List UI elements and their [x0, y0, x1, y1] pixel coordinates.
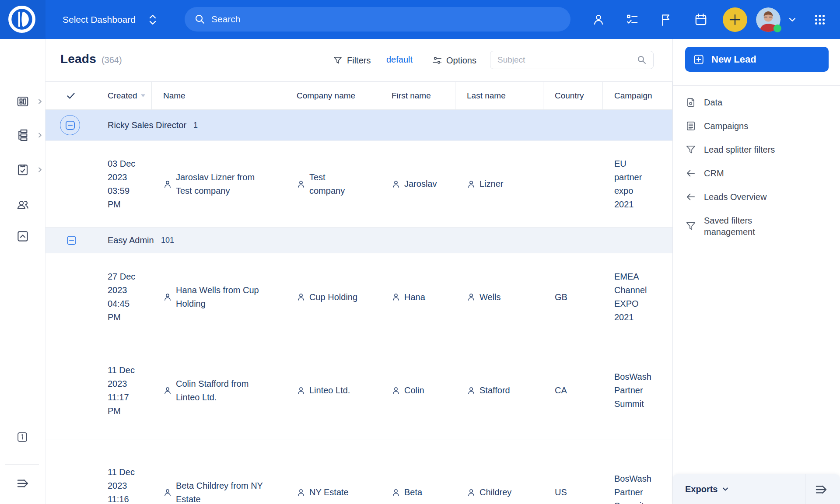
- cell-text-created: 03 Dec 2023 03:59 PM: [108, 157, 136, 211]
- chevron-down-icon[interactable]: [788, 15, 797, 24]
- apps-grid-icon[interactable]: [813, 13, 827, 27]
- exports-label: Exports: [685, 484, 718, 494]
- cell-text-country: GB: [555, 290, 567, 304]
- person-icon: [392, 293, 400, 301]
- sidebar-chevron-icon[interactable]: [37, 98, 43, 105]
- cell-text-company: Test company: [309, 171, 358, 198]
- cell-created: 03 Dec 2023 03:59 PM: [96, 141, 152, 227]
- person-icon: [297, 293, 305, 301]
- options-button[interactable]: Options: [432, 52, 476, 68]
- dashboard-selector[interactable]: Select Dashboard: [63, 0, 158, 39]
- person-icon: [163, 386, 172, 395]
- toolbar-divider: [380, 54, 380, 67]
- menu-item-saved-filters-management[interactable]: Saved filters management: [673, 209, 840, 244]
- sidebar-chevron-icon[interactable]: [37, 132, 43, 138]
- column-header-last-name[interactable]: Last name: [455, 82, 543, 109]
- cell-last-name: Wells: [455, 253, 543, 341]
- person-icon: [467, 386, 476, 395]
- exports-button[interactable]: Exports: [685, 474, 729, 504]
- cell-country: CA: [543, 341, 603, 440]
- cell-text-campaign: BosWash Partner Summit: [614, 370, 652, 411]
- cell-country: US: [543, 440, 603, 504]
- cell-campaign: EMEA Channel EXPO 2021: [603, 253, 672, 341]
- check-icon: [66, 91, 76, 101]
- box-collapse-icon: [16, 230, 29, 243]
- avatar[interactable]: [756, 7, 780, 32]
- sidebar-item-contacts[interactable]: [16, 198, 29, 211]
- arrow-left-icon: [685, 191, 696, 203]
- collapse-group-icon[interactable]: [66, 234, 77, 246]
- left-sidebar: [0, 39, 46, 504]
- filters-button[interactable]: Filters: [333, 52, 371, 68]
- table-row[interactable]: 27 Dec 2023 04:45 PMHana Wells from Cup …: [46, 253, 672, 341]
- logo-icon: [7, 5, 36, 34]
- sliders-icon: [432, 56, 442, 65]
- column-header-country[interactable]: Country: [543, 82, 603, 109]
- cell-text-company: Cup Holding: [309, 290, 357, 304]
- cell-last-name: Lizner: [455, 141, 543, 227]
- table-row[interactable]: 11 Dec 2023 11:16 PMBeta Childrey from N…: [46, 440, 672, 504]
- cell-first-name: Jaroslav: [380, 141, 455, 227]
- footer-divider: [805, 474, 805, 504]
- tree-icon: [16, 129, 29, 142]
- checklist-icon[interactable]: [626, 13, 640, 27]
- sidebar-item-tasks[interactable]: [16, 163, 29, 176]
- funnel-icon: [685, 220, 696, 232]
- title-bar: Leads (364) Filters default Options: [46, 39, 672, 82]
- table-body: Ricky Sales Director103 Dec 2023 03:59 P…: [46, 110, 672, 504]
- subject-input[interactable]: [497, 55, 637, 65]
- people-icon: [16, 198, 29, 211]
- sidebar-expand-button[interactable]: [16, 476, 29, 490]
- select-all-header[interactable]: [46, 82, 96, 109]
- user-icon[interactable]: [592, 13, 606, 27]
- search-icon: [637, 55, 647, 65]
- cell-company: Cup Holding: [285, 253, 380, 341]
- sidebar-item-tree[interactable]: [16, 129, 29, 142]
- options-label: Options: [446, 56, 476, 66]
- info-button[interactable]: [16, 431, 29, 444]
- cell-company: Test company: [285, 141, 380, 227]
- group-row[interactable]: Ricky Sales Director1: [46, 110, 672, 141]
- table-row[interactable]: 11 Dec 2023 11:17 PMColin Stafford from …: [46, 341, 672, 440]
- flag-icon[interactable]: [659, 13, 673, 27]
- collapse-panel-button[interactable]: [815, 483, 829, 497]
- sidebar-item-dashboards[interactable]: [16, 95, 29, 108]
- app-logo-icon[interactable]: [7, 5, 36, 34]
- search-input[interactable]: [211, 14, 518, 24]
- cell-text-last-name: Stafford: [480, 384, 510, 397]
- sidebar-item-collapse-box[interactable]: [16, 230, 29, 243]
- menu-item-campaigns[interactable]: Campaigns: [673, 114, 840, 138]
- column-header-company[interactable]: Company name: [285, 82, 380, 109]
- cell-text-first-name: Hana: [404, 290, 425, 304]
- sidebar-chevron-icon[interactable]: [37, 167, 43, 173]
- person-icon: [163, 180, 172, 189]
- column-header-name[interactable]: Name: [152, 82, 285, 109]
- cell-select: [46, 253, 96, 341]
- active-filter-link[interactable]: default: [386, 55, 413, 65]
- filters-label: Filters: [347, 56, 371, 66]
- add-plus-button[interactable]: [723, 7, 747, 32]
- group-row[interactable]: Easy Admin101: [46, 228, 672, 253]
- subject-search[interactable]: [490, 51, 654, 69]
- new-lead-button[interactable]: New Lead: [685, 47, 829, 72]
- menu-item-lead-splitter-filters[interactable]: Lead splitter filters: [673, 138, 840, 161]
- menu-item-data[interactable]: Data: [673, 91, 840, 114]
- crm-leads-app: Select Dashboard: [0, 0, 840, 504]
- menu-item-crm[interactable]: CRM: [673, 161, 840, 185]
- column-header-campaign[interactable]: Campaign: [603, 82, 672, 109]
- collapse-group-icon[interactable]: [60, 115, 80, 135]
- cell-text-first-name: Colin: [404, 384, 424, 397]
- person-icon: [297, 386, 305, 395]
- menu-item-leads-overview[interactable]: Leads Overview: [673, 185, 840, 209]
- table-row[interactable]: 03 Dec 2023 03:59 PMJaroslav Lizner from…: [46, 141, 672, 228]
- column-header-created[interactable]: Created: [96, 82, 152, 109]
- global-search[interactable]: [185, 7, 570, 32]
- cell-text-country: US: [555, 486, 567, 499]
- calendar-icon[interactable]: [694, 13, 708, 27]
- person-icon: [297, 180, 305, 189]
- cell-text-first-name: Jaroslav: [404, 177, 437, 191]
- cell-text-company: NY Estate: [309, 486, 349, 499]
- person-icon: [392, 386, 400, 395]
- column-header-first-name[interactable]: First name: [380, 82, 455, 109]
- toolbar: Filters default Options: [46, 39, 672, 82]
